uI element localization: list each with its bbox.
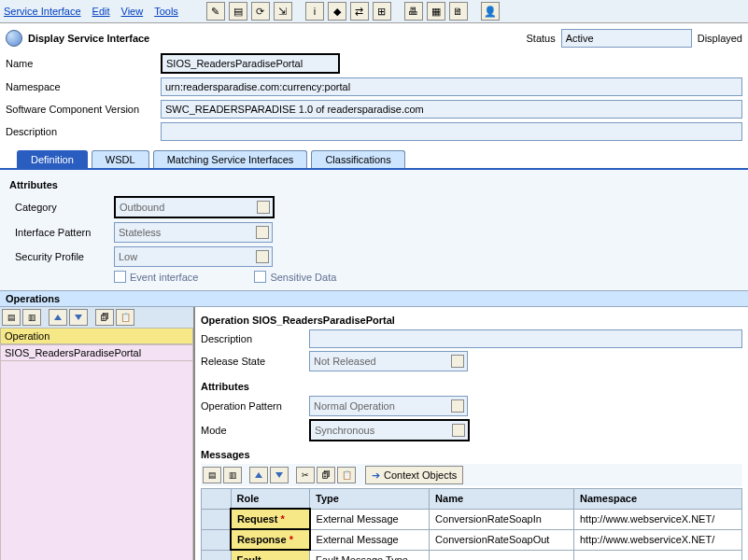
security-dropdown[interactable]: Low [114,246,273,267]
toolbar-edit-icon[interactable]: ✎ [206,2,225,21]
pattern-label: Interface Pattern [15,227,108,238]
arrow-right-icon: ➔ [372,469,380,482]
description-label: Description [6,126,155,137]
definition-pane: Attributes CategoryOutbound Interface Pa… [0,168,748,290]
page-title: Display Service Interface [28,33,149,44]
messages-header: Messages [201,449,742,460]
table-row[interactable]: Request * External Message ConversionRat… [202,509,742,529]
namespace-label: Namespace [6,81,155,92]
table-row[interactable]: Fault Fault Message Type [202,550,742,560]
col-namespace: Namespace [573,489,741,510]
toolbar-info-icon[interactable]: i [305,2,324,21]
msg-move-down-icon[interactable] [270,467,289,483]
messages-table: Role Type Name Namespace Request * Exter… [201,488,742,560]
msg-add-icon[interactable]: ▤ [203,467,221,483]
menu-bar: Service Interface Edit View Tools ✎ ▤ ⟳ … [0,0,748,23]
context-objects-button[interactable]: ➔Context Objects [365,466,463,484]
release-state-dropdown[interactable]: Not Released [309,351,468,371]
menu-view[interactable]: View [121,6,144,17]
op-move-down-icon[interactable] [69,309,88,326]
tab-definition[interactable]: Definition [17,150,88,168]
operations-section-header: Operations [0,290,748,307]
menu-edit[interactable]: Edit [92,6,110,17]
operation-row[interactable]: SIOS_ReadersParadisePortal [0,344,193,361]
page-header: Display Service Interface Status Active … [0,23,748,51]
status-label: Status [527,33,556,44]
swcv-field: SWC_READERSPARADISE 1.0 of readersparadi… [161,100,742,119]
operation-pattern-label: Operation Pattern [201,400,303,412]
op-copy-icon[interactable]: 🗐 [95,309,114,326]
release-state-label: Release State [201,356,303,367]
operation-pattern-dropdown[interactable]: Normal Operation [309,396,468,416]
table-row[interactable]: Response * External Message ConversionRa… [202,529,742,550]
toolbar-person-icon[interactable]: 👤 [481,2,500,21]
attributes-section-header: Attributes [9,179,739,190]
name-label: Name [6,58,155,69]
op-attributes-section: Attributes [201,381,742,392]
pattern-dropdown[interactable]: Stateless [114,222,273,243]
col-type: Type [310,489,430,510]
toolbar-export-icon[interactable]: ⇲ [274,2,292,21]
toolbar-grid-icon[interactable]: ▦ [427,2,445,21]
menu-service-interface[interactable]: Service Interface [4,6,81,17]
toolbar-save-icon[interactable]: ▤ [229,2,247,21]
operation-column-header: Operation [0,328,193,344]
msg-delete-icon[interactable]: ▥ [223,467,242,483]
msg-paste-icon[interactable]: 📋 [337,467,356,483]
col-role: Role [231,489,310,510]
event-interface-checkbox[interactable]: Event interface [114,271,198,283]
op-move-up-icon[interactable] [49,309,67,326]
messages-section: Messages ▤ ▥ ✂ 🗐 📋 ➔Context Objects Role… [201,449,742,560]
name-field: SIOS_ReadersParadisePortal [161,53,340,74]
operations-area: ▤ ▥ 🗐 📋 Operation SIOS_ReadersParadisePo… [0,307,748,560]
msg-move-up-icon[interactable] [249,467,268,483]
tab-strip: Definition WSDL Matching Service Interfa… [17,150,748,168]
namespace-field: urn:readersparadise.com:currency:portal [161,77,742,96]
table-corner [202,489,232,510]
operations-toolbar: ▤ ▥ 🗐 📋 [0,307,193,328]
msg-cut-icon[interactable]: ✂ [296,467,315,483]
op-delete-icon[interactable]: ▥ [22,309,41,326]
mode-dropdown[interactable]: Synchronous [309,419,470,441]
toolbar-doc-icon[interactable]: 🗎 [449,2,468,21]
tab-classifications[interactable]: Classifications [311,150,404,168]
toolbar-print-icon[interactable]: 🖶 [404,2,423,21]
op-paste-icon[interactable]: 📋 [116,309,134,326]
operations-list-panel: ▤ ▥ 🗐 📋 Operation SIOS_ReadersParadisePo… [0,307,195,560]
toolbar-link-icon[interactable]: ⇄ [350,2,369,21]
col-name: Name [430,489,574,510]
menu-tools[interactable]: Tools [154,6,178,17]
operation-detail-header: Operation SIOS_ReadersParadisePortal [201,315,742,326]
toolbar-where-used-icon[interactable]: ◆ [328,2,346,21]
messages-toolbar: ▤ ▥ ✂ 🗐 📋 ➔Context Objects [201,464,742,486]
category-label: Category [15,202,108,213]
status-field: Active [561,29,692,48]
mode-label: Mode [201,425,303,436]
op-add-icon[interactable]: ▤ [2,309,21,326]
toolbar-refresh-icon[interactable]: ⟳ [251,2,270,21]
category-dropdown[interactable]: Outbound [114,196,275,218]
tab-wsdl[interactable]: WSDL [92,150,149,168]
op-description-field[interactable] [309,329,742,348]
tab-matching[interactable]: Matching Service Interfaces [153,150,308,168]
operation-list-empty-area [0,361,193,560]
globe-icon [6,30,22,47]
sensitive-data-checkbox[interactable]: Sensitive Data [254,271,336,283]
description-field[interactable] [161,122,742,141]
op-description-label: Description [201,333,303,344]
security-label: Security Profile [15,251,108,262]
swcv-label: Software Component Version [6,104,155,115]
toolbar-table-icon[interactable]: ⊞ [373,2,391,21]
toolbar: ✎ ▤ ⟳ ⇲ i ◆ ⇄ ⊞ 🖶 ▦ 🗎 👤 [206,2,500,21]
operation-detail-panel: Operation SIOS_ReadersParadisePortal Des… [195,307,748,560]
displayed-label: Displayed [698,33,742,44]
msg-copy-icon[interactable]: 🗐 [317,467,335,483]
